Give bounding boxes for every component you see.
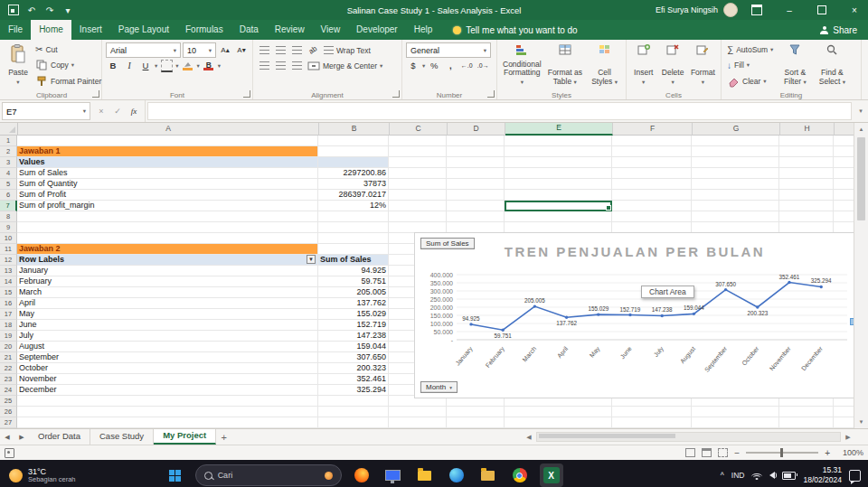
sheet-nav-left-icon[interactable]: ◀ <box>0 429 14 445</box>
tray-expand-icon[interactable]: ^ <box>721 471 724 480</box>
cell-A5[interactable]: Sum of Quantity <box>17 179 318 190</box>
cell[interactable] <box>779 146 834 157</box>
volume-icon[interactable] <box>769 472 775 479</box>
insert-cells-button[interactable]: Insert ▾ <box>630 42 656 89</box>
sheet-tab-order-data[interactable]: Order Data <box>29 429 90 445</box>
cell[interactable] <box>505 190 612 201</box>
column-header-C[interactable]: C <box>390 123 448 136</box>
cell[interactable] <box>17 211 318 222</box>
cell[interactable] <box>318 222 389 233</box>
row-header-11[interactable]: 11 <box>0 244 17 255</box>
cell-B4[interactable]: 2297200.86 <box>318 168 389 179</box>
hscroll-track[interactable] <box>536 432 841 442</box>
row-header-15[interactable]: 15 <box>0 287 17 298</box>
cell[interactable] <box>318 244 389 255</box>
selected-cell-E7[interactable] <box>505 201 612 211</box>
cell-B20[interactable]: 159.044 <box>318 342 389 352</box>
chart-field-button-axis[interactable]: Month ▾ <box>420 381 458 393</box>
row-header-27[interactable]: 27 <box>0 417 17 428</box>
cell[interactable] <box>779 201 834 211</box>
font-name-combo[interactable]: Arial ▾ <box>106 42 181 58</box>
cell-A18[interactable]: June <box>17 320 318 331</box>
delete-cells-button[interactable]: Delete ▾ <box>659 42 685 89</box>
cell[interactable] <box>17 396 318 407</box>
cell[interactable] <box>834 168 854 179</box>
fill-color-dropdown-icon[interactable]: ▾ <box>197 62 200 70</box>
row-header-24[interactable]: 24 <box>0 385 17 396</box>
accounting-dropdown-icon[interactable]: ▾ <box>422 62 425 70</box>
cell-A14[interactable]: February <box>17 276 318 287</box>
cell-B7[interactable]: 12% <box>318 201 389 211</box>
cell-A15[interactable]: March <box>17 287 318 298</box>
sales-trend-chart[interactable]: Sum of Sales TREN PENJUALAN PER BULAN 40… <box>414 232 855 398</box>
cell[interactable] <box>17 417 318 428</box>
format-painter-button[interactable]: Format Painter <box>33 74 103 88</box>
cell[interactable] <box>834 417 854 428</box>
fill-color-button[interactable] <box>181 59 195 72</box>
restore-button[interactable] <box>808 0 835 20</box>
row-header-6[interactable]: 6 <box>0 190 17 201</box>
row-header-23[interactable]: 23 <box>0 374 17 385</box>
qat-customize-icon[interactable]: ▾ <box>60 2 76 18</box>
undo-icon[interactable]: ↶ <box>24 2 40 18</box>
language-indicator[interactable]: IND <box>731 471 745 480</box>
cell[interactable] <box>692 157 779 168</box>
cell[interactable] <box>692 417 779 428</box>
cell[interactable] <box>834 179 854 190</box>
cell[interactable] <box>612 417 692 428</box>
cell[interactable] <box>318 407 389 417</box>
cell[interactable] <box>318 417 389 428</box>
cell[interactable] <box>505 157 612 168</box>
increase-decimal-button[interactable]: ←.0 <box>459 59 474 72</box>
cell[interactable] <box>692 190 779 201</box>
column-header-D[interactable]: D <box>448 123 505 136</box>
vertical-scrollbar[interactable]: ▲ ▼ <box>854 123 868 428</box>
taskbar-app-edge[interactable] <box>445 464 468 487</box>
horizontal-scrollbar[interactable]: ◀ ▶ <box>524 429 868 445</box>
cell[interactable] <box>692 136 779 146</box>
cell-A11[interactable]: Jawaban 2 <box>17 244 318 255</box>
cell-A22[interactable]: October <box>17 363 318 374</box>
ribbon-tab-help[interactable]: Help <box>406 20 441 40</box>
save-icon[interactable] <box>5 2 22 18</box>
cell[interactable] <box>447 201 505 211</box>
cell-A7[interactable]: Sum of profit_margin <box>17 201 318 211</box>
format-cells-button[interactable]: Format ▾ <box>689 42 717 89</box>
sort-filter-button[interactable]: Sort & Filter ▾ <box>778 42 812 89</box>
fill-button[interactable]: ↓ Fill ▾ <box>725 59 775 72</box>
cell[interactable] <box>834 146 854 157</box>
zoom-slider-thumb[interactable] <box>780 448 783 457</box>
macro-record-icon[interactable] <box>5 448 14 458</box>
cell[interactable] <box>389 190 447 201</box>
cell[interactable] <box>318 146 389 157</box>
cell[interactable] <box>612 190 692 201</box>
scroll-down-icon[interactable]: ▼ <box>854 416 868 428</box>
column-header-B[interactable]: B <box>319 123 390 136</box>
cell[interactable] <box>612 179 692 190</box>
cell[interactable] <box>612 136 692 146</box>
cell-B13[interactable]: 94.925 <box>318 266 389 276</box>
row-header-22[interactable]: 22 <box>0 363 17 374</box>
align-right-button[interactable] <box>289 59 304 72</box>
ribbon-tab-insert[interactable]: Insert <box>71 20 110 40</box>
borders-button[interactable] <box>159 59 174 72</box>
bold-button[interactable]: B <box>106 59 120 72</box>
cell[interactable] <box>692 168 779 179</box>
row-header-5[interactable]: 5 <box>0 179 17 190</box>
avatar[interactable] <box>723 3 738 17</box>
formula-bar-expand-icon[interactable]: ▾ <box>854 100 868 122</box>
cell[interactable] <box>389 179 447 190</box>
cell[interactable] <box>834 157 854 168</box>
hscroll-right-icon[interactable]: ▶ <box>843 434 854 441</box>
cell[interactable] <box>17 233 318 244</box>
weather-widget[interactable]: 31°C Sebagian cerah <box>0 467 85 484</box>
cell[interactable] <box>389 157 447 168</box>
sheet-tab-case-study[interactable]: Case Study <box>90 429 154 445</box>
percent-style-button[interactable]: % <box>427 59 441 72</box>
cell[interactable] <box>834 407 854 417</box>
cell[interactable] <box>779 157 834 168</box>
taskbar-app-firefox[interactable] <box>350 464 373 487</box>
cell-B24[interactable]: 325.294 <box>318 385 389 396</box>
cell[interactable] <box>389 407 447 417</box>
cell-B5[interactable]: 37873 <box>318 179 389 190</box>
